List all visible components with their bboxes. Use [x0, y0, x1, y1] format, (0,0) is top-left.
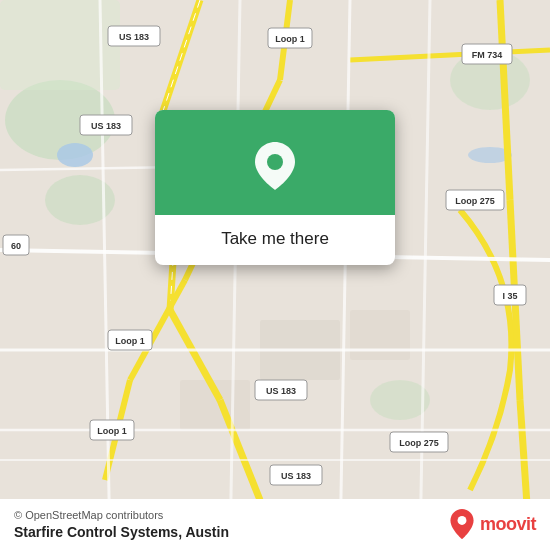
svg-text:I 35: I 35 [502, 291, 517, 301]
moovit-pin-icon [448, 508, 476, 540]
map-container: US 183 US 183 US 183 US 183 US 183 Loop … [0, 0, 550, 550]
location-pin-icon [251, 138, 299, 193]
svg-text:Loop 275: Loop 275 [455, 196, 495, 206]
svg-text:60: 60 [11, 241, 21, 251]
svg-text:Loop 275: Loop 275 [399, 438, 439, 448]
svg-text:US 183: US 183 [266, 386, 296, 396]
svg-text:Loop 1: Loop 1 [115, 336, 145, 346]
svg-point-64 [458, 516, 467, 525]
svg-rect-9 [350, 310, 410, 360]
svg-text:US 183: US 183 [281, 471, 311, 481]
svg-point-63 [267, 154, 283, 170]
svg-text:US 183: US 183 [91, 121, 121, 131]
location-popup: Take me there [155, 110, 395, 265]
svg-point-6 [57, 143, 93, 167]
svg-text:Loop 1: Loop 1 [275, 34, 305, 44]
moovit-logo: moovit [448, 508, 536, 540]
svg-text:US 183: US 183 [119, 32, 149, 42]
svg-text:FM 734: FM 734 [472, 50, 503, 60]
svg-text:Loop 1: Loop 1 [97, 426, 127, 436]
popup-header [155, 110, 395, 215]
moovit-brand-text: moovit [480, 514, 536, 535]
map-background: US 183 US 183 US 183 US 183 US 183 Loop … [0, 0, 550, 550]
popup-button-section[interactable]: Take me there [155, 215, 395, 265]
take-me-there-button[interactable]: Take me there [175, 229, 375, 249]
